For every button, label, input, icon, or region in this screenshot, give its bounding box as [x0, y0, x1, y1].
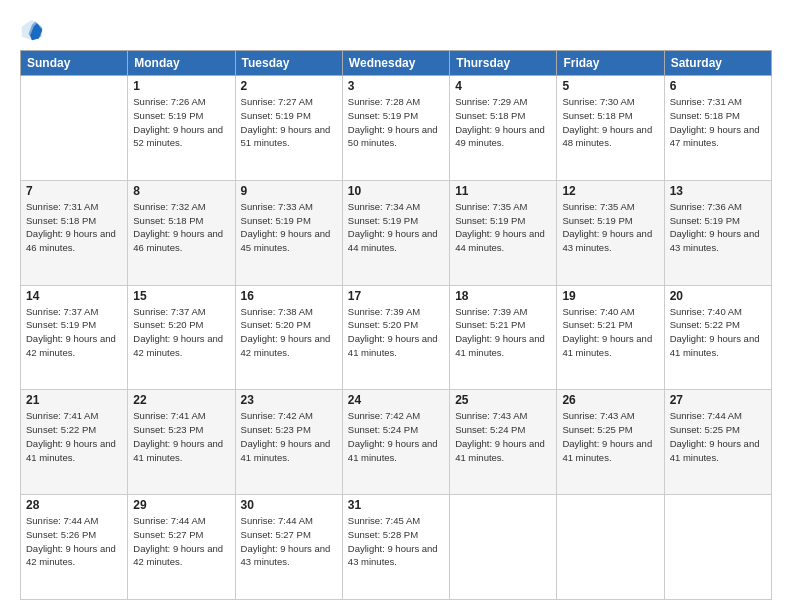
logo-icon	[20, 18, 44, 42]
day-header-tuesday: Tuesday	[235, 51, 342, 76]
day-cell: 12Sunrise: 7:35 AMSunset: 5:19 PMDayligh…	[557, 180, 664, 285]
day-number: 18	[455, 289, 551, 303]
week-row-0: 1Sunrise: 7:26 AMSunset: 5:19 PMDaylight…	[21, 76, 772, 181]
day-number: 22	[133, 393, 229, 407]
day-cell: 17Sunrise: 7:39 AMSunset: 5:20 PMDayligh…	[342, 285, 449, 390]
day-info: Sunrise: 7:44 AMSunset: 5:27 PMDaylight:…	[133, 514, 229, 569]
day-info: Sunrise: 7:34 AMSunset: 5:19 PMDaylight:…	[348, 200, 444, 255]
day-cell: 3Sunrise: 7:28 AMSunset: 5:19 PMDaylight…	[342, 76, 449, 181]
day-cell: 22Sunrise: 7:41 AMSunset: 5:23 PMDayligh…	[128, 390, 235, 495]
day-number: 20	[670, 289, 766, 303]
day-number: 26	[562, 393, 658, 407]
day-cell: 2Sunrise: 7:27 AMSunset: 5:19 PMDaylight…	[235, 76, 342, 181]
day-number: 15	[133, 289, 229, 303]
day-cell: 29Sunrise: 7:44 AMSunset: 5:27 PMDayligh…	[128, 495, 235, 600]
day-info: Sunrise: 7:40 AMSunset: 5:22 PMDaylight:…	[670, 305, 766, 360]
day-cell: 15Sunrise: 7:37 AMSunset: 5:20 PMDayligh…	[128, 285, 235, 390]
day-cell: 31Sunrise: 7:45 AMSunset: 5:28 PMDayligh…	[342, 495, 449, 600]
day-info: Sunrise: 7:41 AMSunset: 5:22 PMDaylight:…	[26, 409, 122, 464]
day-cell	[664, 495, 771, 600]
day-number: 11	[455, 184, 551, 198]
day-cell: 1Sunrise: 7:26 AMSunset: 5:19 PMDaylight…	[128, 76, 235, 181]
day-info: Sunrise: 7:28 AMSunset: 5:19 PMDaylight:…	[348, 95, 444, 150]
day-cell: 13Sunrise: 7:36 AMSunset: 5:19 PMDayligh…	[664, 180, 771, 285]
day-cell: 4Sunrise: 7:29 AMSunset: 5:18 PMDaylight…	[450, 76, 557, 181]
day-number: 8	[133, 184, 229, 198]
day-info: Sunrise: 7:32 AMSunset: 5:18 PMDaylight:…	[133, 200, 229, 255]
day-cell: 25Sunrise: 7:43 AMSunset: 5:24 PMDayligh…	[450, 390, 557, 495]
day-cell: 5Sunrise: 7:30 AMSunset: 5:18 PMDaylight…	[557, 76, 664, 181]
day-info: Sunrise: 7:35 AMSunset: 5:19 PMDaylight:…	[562, 200, 658, 255]
day-cell: 7Sunrise: 7:31 AMSunset: 5:18 PMDaylight…	[21, 180, 128, 285]
day-number: 30	[241, 498, 337, 512]
day-cell	[21, 76, 128, 181]
day-cell	[557, 495, 664, 600]
day-number: 1	[133, 79, 229, 93]
day-number: 29	[133, 498, 229, 512]
day-cell: 19Sunrise: 7:40 AMSunset: 5:21 PMDayligh…	[557, 285, 664, 390]
day-number: 10	[348, 184, 444, 198]
header	[20, 18, 772, 42]
day-number: 13	[670, 184, 766, 198]
day-header-friday: Friday	[557, 51, 664, 76]
day-cell: 11Sunrise: 7:35 AMSunset: 5:19 PMDayligh…	[450, 180, 557, 285]
day-info: Sunrise: 7:27 AMSunset: 5:19 PMDaylight:…	[241, 95, 337, 150]
day-info: Sunrise: 7:43 AMSunset: 5:24 PMDaylight:…	[455, 409, 551, 464]
day-info: Sunrise: 7:29 AMSunset: 5:18 PMDaylight:…	[455, 95, 551, 150]
day-number: 31	[348, 498, 444, 512]
day-info: Sunrise: 7:39 AMSunset: 5:20 PMDaylight:…	[348, 305, 444, 360]
day-cell: 8Sunrise: 7:32 AMSunset: 5:18 PMDaylight…	[128, 180, 235, 285]
day-info: Sunrise: 7:39 AMSunset: 5:21 PMDaylight:…	[455, 305, 551, 360]
day-number: 16	[241, 289, 337, 303]
day-cell: 28Sunrise: 7:44 AMSunset: 5:26 PMDayligh…	[21, 495, 128, 600]
day-number: 9	[241, 184, 337, 198]
day-number: 6	[670, 79, 766, 93]
week-row-2: 14Sunrise: 7:37 AMSunset: 5:19 PMDayligh…	[21, 285, 772, 390]
days-header-row: SundayMondayTuesdayWednesdayThursdayFrid…	[21, 51, 772, 76]
day-number: 25	[455, 393, 551, 407]
day-info: Sunrise: 7:37 AMSunset: 5:19 PMDaylight:…	[26, 305, 122, 360]
day-number: 7	[26, 184, 122, 198]
day-cell: 20Sunrise: 7:40 AMSunset: 5:22 PMDayligh…	[664, 285, 771, 390]
day-info: Sunrise: 7:42 AMSunset: 5:24 PMDaylight:…	[348, 409, 444, 464]
day-number: 17	[348, 289, 444, 303]
day-cell: 14Sunrise: 7:37 AMSunset: 5:19 PMDayligh…	[21, 285, 128, 390]
week-row-1: 7Sunrise: 7:31 AMSunset: 5:18 PMDaylight…	[21, 180, 772, 285]
day-number: 24	[348, 393, 444, 407]
day-number: 4	[455, 79, 551, 93]
day-info: Sunrise: 7:26 AMSunset: 5:19 PMDaylight:…	[133, 95, 229, 150]
day-header-saturday: Saturday	[664, 51, 771, 76]
day-cell	[450, 495, 557, 600]
logo	[20, 18, 46, 42]
day-number: 12	[562, 184, 658, 198]
day-header-monday: Monday	[128, 51, 235, 76]
day-cell: 30Sunrise: 7:44 AMSunset: 5:27 PMDayligh…	[235, 495, 342, 600]
day-header-wednesday: Wednesday	[342, 51, 449, 76]
day-info: Sunrise: 7:44 AMSunset: 5:27 PMDaylight:…	[241, 514, 337, 569]
day-info: Sunrise: 7:31 AMSunset: 5:18 PMDaylight:…	[670, 95, 766, 150]
day-number: 14	[26, 289, 122, 303]
day-info: Sunrise: 7:43 AMSunset: 5:25 PMDaylight:…	[562, 409, 658, 464]
day-number: 28	[26, 498, 122, 512]
day-cell: 27Sunrise: 7:44 AMSunset: 5:25 PMDayligh…	[664, 390, 771, 495]
day-header-sunday: Sunday	[21, 51, 128, 76]
day-info: Sunrise: 7:44 AMSunset: 5:26 PMDaylight:…	[26, 514, 122, 569]
day-cell: 9Sunrise: 7:33 AMSunset: 5:19 PMDaylight…	[235, 180, 342, 285]
day-info: Sunrise: 7:42 AMSunset: 5:23 PMDaylight:…	[241, 409, 337, 464]
day-number: 23	[241, 393, 337, 407]
day-number: 2	[241, 79, 337, 93]
day-cell: 18Sunrise: 7:39 AMSunset: 5:21 PMDayligh…	[450, 285, 557, 390]
day-cell: 26Sunrise: 7:43 AMSunset: 5:25 PMDayligh…	[557, 390, 664, 495]
day-cell: 24Sunrise: 7:42 AMSunset: 5:24 PMDayligh…	[342, 390, 449, 495]
day-number: 27	[670, 393, 766, 407]
day-info: Sunrise: 7:44 AMSunset: 5:25 PMDaylight:…	[670, 409, 766, 464]
day-info: Sunrise: 7:30 AMSunset: 5:18 PMDaylight:…	[562, 95, 658, 150]
day-cell: 10Sunrise: 7:34 AMSunset: 5:19 PMDayligh…	[342, 180, 449, 285]
day-cell: 23Sunrise: 7:42 AMSunset: 5:23 PMDayligh…	[235, 390, 342, 495]
week-row-3: 21Sunrise: 7:41 AMSunset: 5:22 PMDayligh…	[21, 390, 772, 495]
calendar: SundayMondayTuesdayWednesdayThursdayFrid…	[20, 50, 772, 600]
day-cell: 16Sunrise: 7:38 AMSunset: 5:20 PMDayligh…	[235, 285, 342, 390]
day-number: 3	[348, 79, 444, 93]
day-number: 5	[562, 79, 658, 93]
day-cell: 21Sunrise: 7:41 AMSunset: 5:22 PMDayligh…	[21, 390, 128, 495]
